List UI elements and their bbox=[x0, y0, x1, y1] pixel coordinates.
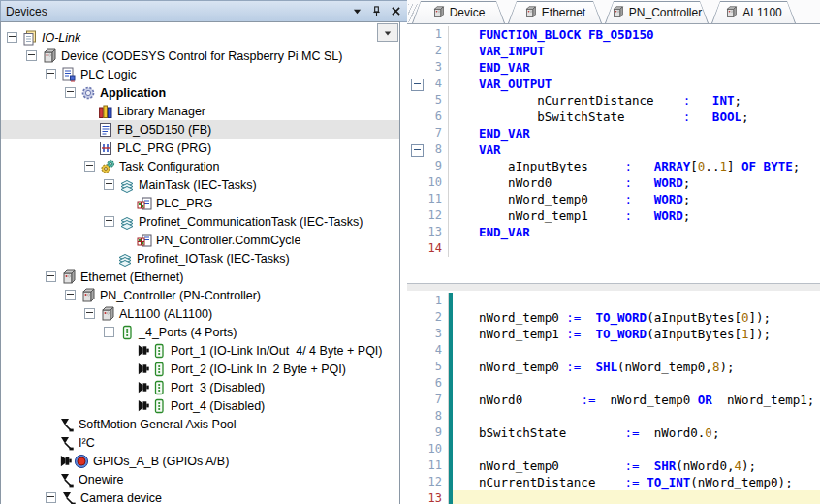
declaration-line-2[interactable]: 2VAR_INPUT bbox=[407, 43, 820, 59]
code-text[interactable]: nWord_temp0 := SHR(nWord0,4); bbox=[453, 457, 820, 474]
code-text[interactable] bbox=[453, 375, 820, 392]
tree-item-port-4-disabled[interactable]: Port_4 (Disabled) bbox=[1, 396, 400, 415]
implementation-line-5[interactable]: 5nWord_temp0 := SHL(nWord_temp0,8); bbox=[407, 359, 820, 375]
collapse-minus-icon[interactable] bbox=[46, 69, 56, 79]
declaration-line-11[interactable]: 11 nWord_temp0 : WORD; bbox=[407, 191, 820, 207]
declaration-line-1[interactable]: 1FUNCTION_BLOCK FB_O5D150 bbox=[407, 26, 820, 43]
panel-pin-icon[interactable] bbox=[367, 4, 385, 19]
collapse-minus-icon[interactable] bbox=[46, 271, 56, 282]
declaration-line-3[interactable]: 3END_VAR bbox=[407, 59, 820, 76]
code-text[interactable]: nWord_temp0 := SHL(nWord_temp0,8); bbox=[453, 359, 820, 375]
fold-minus-box[interactable] bbox=[411, 144, 424, 157]
tree-item-plc-logic[interactable]: PLC Logic bbox=[1, 65, 400, 83]
declaration-line-4[interactable]: 4VAR_OUTPUT bbox=[407, 76, 820, 92]
tree-item-4-ports-4-ports[interactable]: _4_Ports (4 Ports) bbox=[1, 323, 400, 341]
declaration-line-6[interactable]: 6 bSwitchState : BOOL; bbox=[407, 109, 820, 125]
implementation-line-3[interactable]: 3nWord_temp1 := TO_WORD(aInputBytes[1]); bbox=[407, 326, 820, 342]
code-text[interactable]: nWord_temp1 : WORD; bbox=[453, 207, 820, 224]
panel-menu-chevron-down-icon[interactable] bbox=[348, 4, 365, 19]
implementation-line-10[interactable]: 10 bbox=[407, 441, 820, 457]
code-text[interactable] bbox=[453, 441, 820, 457]
tree-item-port-3-disabled[interactable]: Port_3 (Disabled) bbox=[1, 378, 400, 396]
code-text[interactable]: bSwitchState := nWord0.0; bbox=[453, 425, 820, 441]
collapse-minus-icon[interactable] bbox=[26, 50, 37, 61]
declaration-line-7[interactable]: 7END_VAR bbox=[407, 125, 820, 142]
declaration-line-5[interactable]: 5 nCurrentDistance : INT; bbox=[407, 92, 820, 109]
collapse-minus-icon[interactable] bbox=[7, 32, 17, 43]
tree-item-device-codesys-control-for-raspberry-pi-mc-sl[interactable]: Device (CODESYS Control for Raspberry Pi… bbox=[1, 47, 400, 65]
tree-item-library-manager[interactable]: Library Manager bbox=[1, 102, 400, 120]
code-text[interactable]: nWord0 : WORD; bbox=[453, 174, 820, 191]
tab-device[interactable]: Device bbox=[412, 1, 505, 23]
tree-item-pn-controller-pn-controller[interactable]: PN_Controller (PN-Controller) bbox=[1, 286, 400, 304]
tab-ethernet[interactable]: Ethernet bbox=[508, 1, 602, 23]
code-text[interactable] bbox=[453, 342, 820, 359]
tree-item-camera-device[interactable]: Camera device bbox=[1, 488, 400, 504]
panel-close-icon[interactable] bbox=[387, 4, 404, 19]
collapse-minus-icon[interactable] bbox=[65, 290, 76, 300]
tree-item-port-1-io-link-in-out-4-4-byte-pqi[interactable]: Port_1 (IO-Link In/Out 4/ 4 Byte + PQI) bbox=[1, 341, 400, 360]
code-text[interactable] bbox=[453, 293, 820, 309]
tree-item-fb-o5d150-fb[interactable]: FB_O5D150 (FB) bbox=[1, 120, 400, 139]
code-text[interactable]: nWord_temp0 : WORD; bbox=[453, 191, 820, 207]
tree-item-port-2-io-link-in-2-byte-pqi[interactable]: Port_2 (IO-Link In 2 Byte + PQI) bbox=[1, 360, 400, 378]
declaration-editor[interactable]: 1FUNCTION_BLOCK FB_O5D1502VAR_INPUT3END_… bbox=[407, 24, 820, 285]
code-text[interactable]: VAR bbox=[453, 142, 820, 158]
code-text[interactable]: nWord_temp1 := TO_WORD(aInputBytes[1]); bbox=[453, 326, 820, 342]
code-text[interactable]: aInputBytes : ARRAY[0..1] OF BYTE; bbox=[453, 158, 820, 174]
tab-al1100[interactable]: AL1100 bbox=[711, 1, 796, 23]
collapse-minus-icon[interactable] bbox=[46, 492, 56, 503]
code-text[interactable]: VAR_INPUT bbox=[453, 43, 820, 59]
collapse-minus-icon[interactable] bbox=[84, 161, 95, 172]
implementation-line-7[interactable]: 7nWord0 := nWord_temp0 OR nWord_temp1; bbox=[407, 392, 820, 408]
implementation-line-12[interactable]: 12nCurrentDistance := TO_INT(nWord_temp0… bbox=[407, 474, 820, 490]
tree-item-gpios-a-b-gpios-a-b[interactable]: GPIOs_A_B (GPIOs A/B) bbox=[1, 452, 400, 470]
collapse-minus-icon[interactable] bbox=[84, 308, 95, 319]
fold-minus-icon[interactable] bbox=[407, 142, 426, 158]
declaration-line-13[interactable]: 13END_VAR bbox=[407, 224, 820, 240]
code-text[interactable]: nCurrentDistance : INT; bbox=[453, 92, 820, 109]
code-text[interactable]: nWord0 := nWord_temp0 OR nWord_temp1; bbox=[453, 392, 820, 408]
declaration-line-10[interactable]: 10 nWord0 : WORD; bbox=[407, 174, 820, 191]
implementation-editor[interactable]: 12nWord_temp0 := TO_WORD(aInputBytes[0])… bbox=[407, 291, 820, 504]
code-text[interactable]: FUNCTION_BLOCK FB_O5D150 bbox=[453, 26, 820, 43]
implementation-line-4[interactable]: 4 bbox=[407, 342, 820, 359]
declaration-line-14[interactable]: 14 bbox=[407, 240, 820, 257]
tree-view-dropdown-button[interactable] bbox=[377, 23, 398, 42]
tab-pn-controller[interactable]: PN_Controller bbox=[605, 1, 709, 23]
code-text[interactable]: nWord_temp0 := TO_WORD(aInputBytes[0]); bbox=[453, 309, 820, 326]
declaration-line-9[interactable]: 9 aInputBytes : ARRAY[0..1] OF BYTE; bbox=[407, 158, 820, 174]
implementation-line-13[interactable]: 13 bbox=[407, 490, 820, 504]
tree-item-profinet-communicationtask-iec-tasks[interactable]: Profinet_CommunicationTask (IEC-Tasks) bbox=[1, 212, 400, 231]
tree-item-io-link[interactable]: IO-Link bbox=[1, 28, 400, 47]
implementation-line-11[interactable]: 11nWord_temp0 := SHR(nWord0,4); bbox=[407, 457, 820, 474]
tree-item-application[interactable]: Application bbox=[1, 83, 400, 102]
implementation-line-2[interactable]: 2nWord_temp0 := TO_WORD(aInputBytes[0]); bbox=[407, 309, 820, 326]
code-text[interactable]: VAR_OUTPUT bbox=[453, 76, 820, 92]
tree-item-maintask-iec-tasks[interactable]: MainTask (IEC-Tasks) bbox=[1, 175, 400, 194]
collapse-minus-icon[interactable] bbox=[104, 216, 114, 227]
tree-item-ethernet-ethernet[interactable]: Ethernet (Ethernet) bbox=[1, 268, 400, 286]
declaration-line-8[interactable]: 8VAR bbox=[407, 142, 820, 158]
declaration-line-12[interactable]: 12 nWord_temp1 : WORD; bbox=[407, 207, 820, 224]
tree-item-task-configuration[interactable]: Task Configuration bbox=[1, 157, 400, 175]
fold-minus-box[interactable] bbox=[411, 79, 424, 91]
code-text[interactable]: nCurrentDistance := TO_INT(nWord_temp0); bbox=[453, 474, 820, 490]
collapse-minus-icon[interactable] bbox=[65, 87, 76, 98]
code-text[interactable] bbox=[453, 490, 820, 504]
tree-item-plc-prg-prg[interactable]: PLC_PRG (PRG) bbox=[1, 139, 400, 157]
tree-item-profinet-iotask-iec-tasks[interactable]: Profinet_IOTask (IEC-Tasks) bbox=[1, 249, 400, 268]
collapse-minus-icon[interactable] bbox=[104, 179, 114, 190]
tree-item-al1100-al1100[interactable]: AL1100 (AL1100) bbox=[1, 304, 400, 323]
tree-item-i-c[interactable]: I²C bbox=[1, 433, 400, 452]
tree-item-plc-prg[interactable]: PLC_PRG bbox=[1, 194, 400, 212]
code-text[interactable]: bSwitchState : BOOL; bbox=[453, 109, 820, 125]
tree-item-pn-controller-commcycle[interactable]: PN_Controller.CommCycle bbox=[1, 231, 400, 249]
code-text[interactable] bbox=[453, 240, 820, 257]
tree-item-onewire[interactable]: Onewire bbox=[1, 470, 400, 488]
fold-minus-icon[interactable] bbox=[407, 76, 426, 92]
implementation-line-8[interactable]: 8 bbox=[407, 408, 820, 425]
code-text[interactable]: END_VAR bbox=[453, 224, 820, 240]
code-text[interactable]: END_VAR bbox=[453, 59, 820, 76]
code-text[interactable]: END_VAR bbox=[453, 125, 820, 142]
